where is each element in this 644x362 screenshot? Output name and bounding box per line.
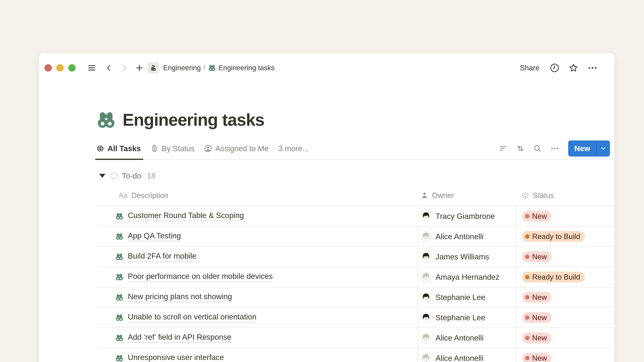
view-tabs-bar: All Tasks By Status Assigned to Me 3 mor…: [96, 138, 614, 160]
tab-all-tasks[interactable]: All Tasks: [96, 144, 141, 153]
status-badge[interactable]: New: [522, 292, 552, 303]
zoom-window-button[interactable]: [68, 64, 76, 71]
group-collapse-toggle[interactable]: [99, 174, 106, 178]
owner-cell[interactable]: James Williams: [418, 247, 516, 267]
owner-cell[interactable]: Stephanie Lee: [418, 308, 516, 328]
toolbar-right: Share: [520, 63, 598, 73]
tab-assigned-to-me[interactable]: Assigned to Me: [204, 144, 268, 153]
task-cell[interactable]: Unresponsive user interface: [96, 348, 418, 362]
back-icon[interactable]: [105, 64, 112, 71]
task-title[interactable]: Unresponsive user interface: [128, 353, 224, 362]
favorite-star-icon[interactable]: [569, 63, 578, 72]
table-header: Aa Description Owner Status: [96, 185, 614, 206]
owner-cell[interactable]: Tracy Giambrone: [418, 206, 516, 226]
status-badge[interactable]: New: [522, 333, 552, 343]
breadcrumb-page[interactable]: Engineering tasks: [218, 64, 274, 72]
owner-cell[interactable]: Alice Antonelli: [418, 328, 516, 348]
person-icon: [420, 192, 428, 199]
status-dot-icon: [525, 255, 530, 259]
share-button[interactable]: Share: [520, 64, 540, 72]
tab-label: Assigned to Me: [215, 144, 268, 153]
task-cell[interactable]: Customer Round Table & Scoping: [96, 206, 418, 226]
status-badge[interactable]: New: [522, 353, 552, 362]
task-cell[interactable]: App QA Testing: [96, 227, 418, 246]
column-header-description[interactable]: Aa Description: [96, 185, 418, 206]
column-header-owner[interactable]: Owner: [418, 185, 516, 206]
task-title[interactable]: Unable to scroll on vertical orientation: [128, 313, 256, 322]
status-label: Ready to Build: [532, 232, 580, 241]
owner-name: Stephanie Lee: [436, 293, 485, 302]
status-cell[interactable]: New: [516, 328, 614, 348]
task-cell[interactable]: New pricing plans not showing: [96, 287, 418, 307]
task-cell[interactable]: Poor performance on older mobile devices: [96, 267, 418, 287]
forward-icon[interactable]: [120, 64, 128, 71]
group-name[interactable]: To-do: [122, 171, 141, 180]
teamspace-icon[interactable]: [148, 62, 159, 73]
tab-label: By Status: [162, 144, 195, 153]
status-badge[interactable]: New: [522, 211, 552, 222]
binoculars-icon: [116, 212, 124, 220]
breadcrumb-space[interactable]: Engineering: [163, 64, 201, 72]
more-views-button[interactable]: 3 more...: [278, 144, 309, 153]
new-button-group: New: [568, 140, 610, 157]
status-badge[interactable]: Ready to Build: [522, 231, 585, 242]
table-row: New pricing plans not showing Stephanie …: [96, 287, 614, 308]
task-title[interactable]: Build 2FA for mobile: [128, 252, 196, 261]
status-cell[interactable]: New: [516, 308, 614, 328]
history-clock-icon[interactable]: [550, 63, 559, 72]
task-cell[interactable]: Add ‘ref’ field in API Response: [96, 328, 418, 348]
binoculars-icon[interactable]: [96, 110, 116, 130]
close-window-button[interactable]: [44, 64, 52, 71]
status-cell[interactable]: New: [516, 247, 614, 267]
binoculars-icon: [116, 232, 124, 241]
status-dot-icon: [525, 295, 530, 300]
task-title[interactable]: New pricing plans not showing: [128, 293, 232, 302]
status-badge[interactable]: New: [522, 251, 552, 262]
filter-icon[interactable]: [499, 144, 508, 153]
status-cell[interactable]: Ready to Build: [516, 267, 614, 287]
owner-name: Alice Antonelli: [436, 333, 484, 343]
globe-icon: [96, 145, 104, 152]
status-cell[interactable]: New: [516, 287, 614, 307]
owner-name: Stephanie Lee: [436, 313, 485, 322]
status-dot-icon: [525, 356, 530, 360]
avatar: [421, 312, 431, 323]
search-icon[interactable]: [533, 144, 542, 153]
status-cell[interactable]: New: [516, 348, 614, 362]
binoculars-icon: [116, 334, 124, 342]
task-title[interactable]: Add ‘ref’ field in API Response: [128, 333, 232, 343]
avatar: [421, 231, 431, 242]
owner-cell[interactable]: Stephanie Lee: [418, 287, 516, 307]
new-page-icon[interactable]: [135, 64, 144, 72]
tab-by-status[interactable]: By Status: [150, 144, 195, 153]
binoculars-icon: [116, 293, 124, 301]
binoculars-icon: [116, 354, 124, 362]
task-title[interactable]: Customer Round Table & Scoping: [128, 211, 244, 221]
minimize-window-button[interactable]: [56, 64, 64, 71]
task-cell[interactable]: Build 2FA for mobile: [96, 247, 418, 267]
new-button-dropdown[interactable]: [596, 140, 610, 157]
status-cell[interactable]: Ready to Build: [516, 227, 614, 246]
toolbar: Engineering / Engineering tasks Share: [39, 53, 614, 83]
view-options-icon[interactable]: [550, 144, 559, 153]
app-window: Engineering / Engineering tasks Share En…: [39, 53, 614, 362]
column-header-status[interactable]: Status: [516, 185, 614, 206]
new-button[interactable]: New: [568, 140, 596, 157]
status-cell[interactable]: New: [516, 206, 614, 226]
status-badge[interactable]: Ready to Build: [522, 272, 585, 282]
task-title[interactable]: App QA Testing: [128, 232, 181, 241]
task-cell[interactable]: Unable to scroll on vertical orientation: [96, 308, 418, 328]
owner-cell[interactable]: Alice Antonelli: [418, 227, 516, 246]
owner-cell[interactable]: Alice Antonelli: [418, 348, 516, 362]
avatar: [421, 333, 431, 343]
view-controls: New: [490, 140, 610, 157]
task-title[interactable]: Poor performance on older mobile devices: [128, 272, 273, 282]
sort-icon[interactable]: [516, 144, 524, 153]
status-badge[interactable]: New: [522, 312, 552, 323]
owner-cell[interactable]: Amaya Hernandez: [418, 267, 516, 287]
page-title[interactable]: Engineering tasks: [122, 110, 264, 130]
more-options-icon[interactable]: [588, 63, 598, 73]
avatar: [421, 211, 431, 221]
sidebar-menu-icon[interactable]: [88, 63, 96, 72]
status-label: New: [532, 354, 547, 362]
